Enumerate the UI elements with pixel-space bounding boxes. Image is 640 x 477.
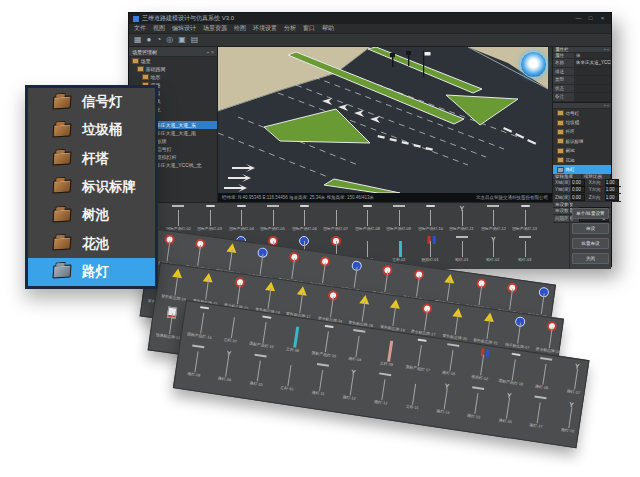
asset-glyph	[475, 311, 501, 341]
menu-item[interactable]: 文件	[134, 24, 146, 33]
asset-glyph	[311, 255, 337, 285]
menu-item[interactable]: 绘图	[234, 24, 246, 33]
scale-value[interactable]: 1.00	[605, 186, 619, 193]
orbit-icon[interactable]: ◔	[156, 34, 161, 46]
layers-icon[interactable]: ▤	[191, 34, 199, 46]
scale-value[interactable]: 1.00	[605, 194, 619, 201]
zoom-icon[interactable]: ◎	[166, 34, 173, 46]
asset-glyph	[563, 361, 589, 391]
asset-glyph	[382, 298, 408, 328]
folder-icon	[557, 167, 564, 173]
property-value[interactable]	[574, 85, 611, 93]
menu-item[interactable]: 场景资源	[203, 24, 227, 33]
sphere-view-icon[interactable]: ●	[147, 34, 152, 46]
asset-thumbnail[interactable]: 国标产品灯-07	[320, 205, 352, 236]
property-value[interactable]	[574, 93, 611, 101]
tree-item[interactable]: 地形	[129, 73, 217, 81]
asset-type-item[interactable]: 路灯	[553, 165, 611, 174]
close-panel-icon[interactable]: ×	[211, 49, 214, 55]
asset-type-label: 信号灯	[566, 111, 580, 116]
strip-button[interactable]: 单个/批量设置	[572, 208, 609, 219]
asset-thumbnail[interactable]: 国标产品灯-12	[478, 205, 510, 236]
asset-type-item[interactable]: 树池	[553, 146, 611, 155]
panel-icon[interactable]: ▣	[178, 34, 186, 46]
asset-label: 路灯-17	[530, 423, 544, 429]
asset-thumbnail[interactable]: 国标产品灯-11	[446, 205, 478, 236]
property-row[interactable]: 备注	[553, 93, 611, 102]
property-row[interactable]: 类型	[553, 76, 611, 85]
callout-category-item[interactable]: 路灯	[28, 258, 155, 286]
asset-glyph	[226, 276, 252, 306]
asset-glyph	[374, 264, 400, 294]
property-row[interactable]: 描述	[553, 68, 611, 77]
asset-thumbnail[interactable]: 路灯-07	[556, 360, 593, 403]
callout-category-item[interactable]: 杆塔	[28, 145, 155, 173]
menu-item[interactable]: 编辑设计	[172, 24, 196, 33]
strip-button[interactable]: 批量布设	[572, 238, 609, 249]
asset-thumbnail[interactable]: 路灯-02	[478, 236, 510, 267]
minimize-button[interactable]: —	[574, 13, 583, 24]
maximize-button[interactable]: □	[586, 13, 595, 24]
strip-button[interactable]: 关闭	[572, 253, 609, 264]
menu-item[interactable]: 环境设置	[253, 24, 277, 33]
asset-glyph	[469, 347, 495, 377]
asset-thumbnail[interactable]: 国标产品灯-05	[257, 205, 289, 236]
asset-glyph	[514, 236, 536, 257]
asset-label: 路灯-13	[374, 399, 388, 405]
property-row[interactable]: 状态	[553, 85, 611, 94]
folder-icon	[557, 110, 564, 116]
menu-item[interactable]: 帮助	[322, 24, 334, 33]
asset-glyph	[308, 362, 334, 392]
rotation-value[interactable]: 0.00	[571, 186, 585, 193]
menu-item[interactable]: 窗口	[303, 24, 315, 33]
asset-thumbnail[interactable]: 国标产品灯-13	[509, 205, 541, 236]
asset-type-item[interactable]: 花池	[553, 155, 611, 164]
asset-type-item[interactable]: 垃圾桶	[553, 118, 611, 127]
property-value[interactable]	[574, 76, 611, 84]
callout-category-item[interactable]: 标识标牌	[28, 173, 155, 201]
asset-type-item[interactable]: 信号灯	[553, 109, 611, 118]
asset-type-item[interactable]: 杆塔	[553, 127, 611, 136]
callout-category-item[interactable]: 花池	[28, 229, 155, 257]
menu-item[interactable]: 视图	[153, 24, 165, 33]
callout-category-item[interactable]: 信号灯	[28, 88, 155, 116]
rotation-value[interactable]: 0.00	[571, 179, 585, 186]
asset-thumbnail[interactable]: 国标产品灯-09	[383, 205, 415, 236]
asset-thumbnail[interactable]: 路灯-18	[551, 399, 588, 442]
asset-glyph	[451, 205, 473, 226]
compass-navigation-ball[interactable]	[520, 51, 547, 78]
asset-glyph	[218, 242, 244, 272]
folder-icon	[557, 148, 564, 154]
rotation-value[interactable]: 0.00	[571, 194, 585, 201]
asset-thumbnail[interactable]: 国标产品灯-10	[415, 205, 447, 236]
asset-glyph	[167, 205, 189, 226]
menu-item[interactable]: 分析	[284, 24, 296, 33]
close-button[interactable]: ×	[598, 13, 607, 24]
scale-value[interactable]: 1.00	[605, 179, 619, 186]
road-scene	[218, 47, 548, 193]
strip-button[interactable]: 布设	[572, 223, 609, 234]
asset-thumbnail[interactable]: 路灯-01	[446, 236, 478, 267]
property-value[interactable]: 朱辛庄大道_YCC线_北	[574, 59, 611, 67]
property-row[interactable]: 名称 朱辛庄大道_YCC线_北	[553, 59, 611, 68]
callout-category-item[interactable]: 垃圾桶	[28, 116, 155, 144]
asset-thumbnail[interactable]: 国标产品灯-04	[226, 205, 258, 236]
asset-thumbnail[interactable]: 国标产品灯-08	[352, 205, 384, 236]
scale-label: X方向	[587, 180, 603, 185]
asset-thumbnail[interactable]: 模拟灯-01	[415, 236, 447, 267]
tree-item[interactable]: 基础路网	[129, 65, 217, 73]
asset-glyph	[514, 205, 536, 226]
asset-thumbnail[interactable]: 路灯-03	[509, 236, 541, 267]
rotation-label: X轴(度)	[553, 180, 569, 185]
asset-thumbnail[interactable]: 国标产品灯-03	[194, 205, 226, 236]
title-bar[interactable]: 三维道路建模设计与仿真系统 V3.0 — □ ×	[129, 13, 611, 24]
tree-item[interactable]: 场景	[129, 57, 217, 65]
pin-icon[interactable]: ▪	[207, 49, 209, 55]
property-value[interactable]	[574, 68, 611, 76]
select-grid-icon[interactable]: ▦	[134, 34, 142, 46]
asset-glyph	[538, 320, 564, 350]
asset-thumbnail[interactable]: 国标产品灯-06	[289, 205, 321, 236]
callout-category-item[interactable]: 树池	[28, 201, 155, 229]
asset-type-item[interactable]: 标识标牌	[553, 137, 611, 146]
viewport-3d[interactable]: 经纬度: N:40.95345 E:116.54456 海拔高度: 25.34米…	[218, 47, 552, 202]
